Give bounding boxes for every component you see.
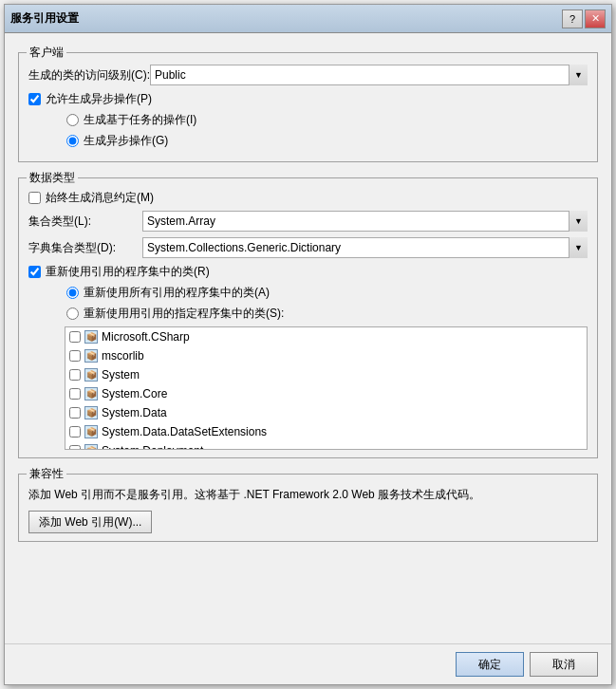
assembly-icon: 📦 (84, 444, 98, 449)
reuse-specified-label: 重新使用用引用的指定程序集中的类(S): (84, 306, 284, 322)
list-item: 📦mscorlib (65, 346, 587, 365)
task-based-row: 生成基于任务的操作(I) (47, 112, 588, 128)
reuse-specified-row: 重新使用用引用的指定程序集中的类(S): (47, 306, 588, 322)
reuse-all-row: 重新使用所有引用的程序集中的类(A) (47, 285, 588, 301)
async-op-label: 生成异步操作(G) (84, 133, 168, 149)
reuse-checkbox-row: 重新使用引用的程序集中的类(R) (28, 264, 588, 280)
assembly-icon: 📦 (84, 349, 98, 363)
allow-async-label: 允许生成异步操作(P) (46, 91, 152, 107)
assembly-checkbox[interactable] (69, 388, 81, 400)
assembly-icon: 📦 (84, 406, 98, 419)
assembly-checkbox[interactable] (69, 350, 81, 362)
title-bar: 服务引用设置 ? ✕ (5, 5, 611, 33)
compatibility-description: 添加 Web 引用而不是服务引用。这将基于 .NET Framework 2.0… (28, 486, 588, 503)
assembly-checkbox[interactable] (69, 407, 81, 419)
assembly-name: System.Deployment (102, 444, 203, 449)
list-item: 📦System.Core (65, 384, 587, 403)
always-generate-label: 始终生成消息约定(M) (46, 190, 154, 206)
ok-button[interactable]: 确定 (456, 652, 524, 677)
assembly-icon: 📦 (84, 330, 98, 344)
access-level-label: 生成的类的访问级别(C): (28, 67, 150, 84)
list-item: 📦System.Deployment (65, 441, 587, 449)
async-op-row: 生成异步操作(G) (47, 133, 588, 149)
list-item: 📦System (65, 365, 587, 384)
client-section: 客户端 生成的类的访问级别(C): Public Internal ▼ 允许生成… (18, 52, 598, 162)
reuse-all-label: 重新使用所有引用的程序集中的类(A) (84, 285, 270, 301)
reuse-all-radio[interactable] (66, 287, 79, 299)
async-options-indent: 生成基于任务的操作(I) 生成异步操作(G) (28, 112, 588, 149)
assembly-icon: 📦 (84, 387, 98, 400)
dialog-window: 服务引用设置 ? ✕ 客户端 生成的类的访问级别(C): Public Inte… (4, 4, 612, 685)
assembly-list-scroll[interactable]: 📦Microsoft.CSharp📦mscorlib📦System📦System… (65, 327, 587, 449)
dialog-body: 客户端 生成的类的访问级别(C): Public Internal ▼ 允许生成… (5, 33, 611, 643)
collection-type-label: 集合类型(L): (28, 214, 142, 230)
dict-type-row: 字典集合类型(D): System.Collections.Generic.Di… (28, 237, 588, 258)
add-web-ref-button[interactable]: 添加 Web 引用(W)... (28, 511, 152, 533)
access-level-row: 生成的类的访问级别(C): Public Internal ▼ (28, 65, 588, 85)
datatype-section: 数据类型 始终生成消息约定(M) 集合类型(L): System.Array S… (18, 177, 598, 458)
assembly-icon: 📦 (84, 425, 98, 438)
reuse-options-indent: 重新使用所有引用的程序集中的类(A) 重新使用用引用的指定程序集中的类(S): (28, 285, 588, 322)
collection-type-select[interactable]: System.Array System.Collections.Generic.… (142, 211, 588, 232)
assembly-checkbox[interactable] (69, 445, 81, 449)
assembly-name: System.Core (102, 387, 167, 400)
always-generate-row: 始终生成消息约定(M) (28, 190, 588, 206)
assembly-name: System (102, 368, 140, 382)
dict-type-label: 字典集合类型(D): (28, 240, 142, 256)
collection-type-select-wrapper: System.Array System.Collections.Generic.… (142, 211, 588, 232)
assembly-list: 📦Microsoft.CSharp📦mscorlib📦System📦System… (65, 327, 587, 449)
task-based-label: 生成基于任务的操作(I) (84, 112, 196, 128)
cancel-button[interactable]: 取消 (530, 652, 598, 677)
access-level-select[interactable]: Public Internal (150, 65, 588, 85)
assembly-checkbox[interactable] (69, 369, 81, 381)
assembly-name: Microsoft.CSharp (102, 330, 190, 344)
list-item: 📦System.Data.DataSetExtensions (65, 422, 587, 441)
reuse-checkbox[interactable] (28, 266, 41, 278)
collection-type-row: 集合类型(L): System.Array System.Collections… (28, 211, 588, 232)
allow-async-row: 允许生成异步操作(P) (28, 91, 588, 107)
async-op-radio[interactable] (66, 135, 79, 147)
assembly-name: System.Data.DataSetExtensions (102, 425, 267, 438)
dict-type-select-wrapper: System.Collections.Generic.Dictionary ▼ (142, 237, 588, 258)
help-button[interactable]: ? (562, 9, 583, 28)
allow-async-checkbox[interactable] (28, 93, 41, 105)
dict-type-select[interactable]: System.Collections.Generic.Dictionary (142, 237, 588, 258)
always-generate-checkbox[interactable] (28, 192, 41, 204)
datatype-section-title: 数据类型 (27, 170, 78, 186)
assembly-checkbox[interactable] (69, 331, 81, 343)
compatibility-section: 兼容性 添加 Web 引用而不是服务引用。这将基于 .NET Framework… (18, 474, 598, 542)
reuse-specified-radio[interactable] (66, 307, 79, 320)
dialog-title: 服务引用设置 (10, 10, 79, 27)
assembly-name: System.Data (102, 406, 167, 419)
dialog-footer: 确定 取消 (5, 643, 611, 684)
assembly-icon: 📦 (84, 368, 98, 382)
compatibility-section-title: 兼容性 (27, 466, 66, 482)
assembly-name: mscorlib (102, 349, 144, 363)
client-section-title: 客户端 (27, 45, 66, 61)
close-button[interactable]: ✕ (585, 9, 606, 28)
list-item: 📦Microsoft.CSharp (65, 327, 587, 346)
reuse-label: 重新使用引用的程序集中的类(R) (46, 264, 210, 280)
assembly-list-container: 📦Microsoft.CSharp📦mscorlib📦System📦System… (65, 326, 588, 450)
list-item: 📦System.Data (65, 403, 587, 422)
task-based-radio[interactable] (66, 114, 79, 126)
assembly-checkbox[interactable] (69, 426, 81, 438)
title-bar-buttons: ? ✕ (562, 9, 606, 28)
access-level-select-wrapper: Public Internal ▼ (150, 65, 588, 85)
